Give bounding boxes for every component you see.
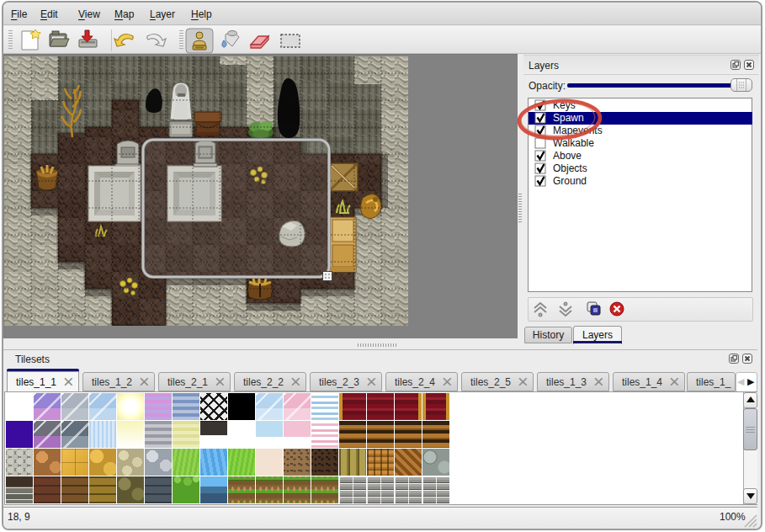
svg-text:Above: Above [553, 150, 582, 162]
svg-text:Ground: Ground [553, 175, 587, 187]
svg-text:Objects: Objects [553, 162, 587, 174]
